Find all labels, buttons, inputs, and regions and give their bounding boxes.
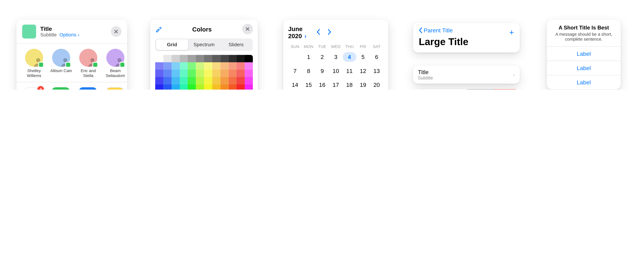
calendar-day[interactable]: 9: [315, 66, 329, 76]
color-mode-segmented[interactable]: Grid Spectrum Sliders: [155, 39, 253, 51]
svg-point-4: [90, 58, 94, 62]
person-name: Eric and Stella: [76, 68, 100, 78]
table-cell[interactable]: Title Subtitle ›: [413, 66, 520, 84]
calendar-day[interactable]: 20: [370, 80, 384, 90]
avatar: [79, 49, 97, 67]
calendar-month-button[interactable]: June 2020 ›: [288, 25, 310, 39]
calendar-day[interactable]: 7: [288, 66, 302, 76]
chevron-right-icon: ›: [513, 71, 515, 78]
share-header: Title Subtitle Options › ✕: [16, 20, 127, 44]
person-name: Beam Seilaudom: [104, 68, 127, 78]
share-sheet: Title Subtitle Options › ✕ Shelley Wille…: [16, 20, 127, 90]
share-person[interactable]: Shelley Willems: [22, 49, 46, 78]
calendar-day[interactable]: 19: [356, 80, 370, 90]
calendar-day[interactable]: 12: [356, 66, 370, 76]
segment-option[interactable]: Sliders: [220, 39, 252, 50]
calendar-day[interactable]: 13: [370, 66, 384, 76]
share-app[interactable]: Mail: [76, 87, 99, 90]
calendar-day[interactable]: 5: [356, 52, 370, 62]
calendar-day[interactable]: 17: [329, 80, 342, 90]
color-picker-title: Colors: [192, 25, 212, 32]
navigation-bar: Parent Title + Large Title: [413, 23, 520, 52]
svg-rect-3: [66, 62, 71, 67]
avatar: [52, 49, 70, 67]
share-person[interactable]: Beam Seilaudom: [104, 49, 127, 78]
share-app[interactable]: Messages: [49, 87, 72, 90]
alert-button[interactable]: Label: [547, 75, 621, 89]
swipe-action-button[interactable]: Action: [467, 89, 494, 90]
calendar-prev-button[interactable]: [316, 29, 321, 35]
svg-point-6: [118, 58, 122, 62]
cell-title: Title: [418, 69, 433, 75]
calendar-day[interactable]: 2: [315, 52, 329, 62]
calendar-day[interactable]: 1: [302, 52, 315, 62]
share-subtitle: Subtitle Options ›: [40, 32, 107, 38]
cell-subtitle: Subtitle: [418, 75, 433, 80]
mail-icon: [79, 87, 97, 90]
close-button[interactable]: ✕: [242, 24, 253, 34]
share-title: Title: [40, 25, 107, 32]
add-button[interactable]: +: [509, 28, 514, 37]
color-picker: Colors ✕ Grid Spectrum Sliders OPACITY 1…: [150, 20, 258, 90]
segment-option[interactable]: Grid: [156, 39, 188, 50]
alert: A Short Title Is Best A message should b…: [547, 20, 621, 89]
calendar-day[interactable]: 15: [302, 80, 315, 90]
swipe-actions-cell: › Action Delete: [413, 89, 520, 90]
alert-button[interactable]: Label: [547, 46, 621, 61]
calendar-day[interactable]: 14: [288, 80, 302, 90]
back-button[interactable]: Parent Title: [419, 27, 514, 33]
alert-title: A Short Title Is Best: [553, 24, 615, 31]
color-grid[interactable]: [155, 55, 253, 90]
calendar-day[interactable]: 6: [370, 52, 384, 62]
notes-icon: [106, 87, 124, 90]
calendar-day[interactable]: 8: [302, 66, 315, 76]
calendar: June 2020 › SUNMONTUEWEDTHUFRISAT 123456…: [283, 20, 388, 90]
avatar: [25, 49, 43, 67]
person-name: Shelley Willems: [22, 68, 46, 78]
calendar-day[interactable]: 11: [342, 66, 356, 76]
svg-rect-1: [39, 62, 44, 67]
share-app[interactable]: Notes: [104, 87, 126, 90]
share-options-link[interactable]: Options ›: [59, 32, 79, 38]
calendar-weekdays: SUNMONTUEWEDTHUFRISAT: [288, 44, 384, 49]
alert-button[interactable]: Label: [547, 61, 621, 75]
avatar: [106, 49, 124, 67]
share-thumbnail: [22, 24, 36, 38]
svg-point-2: [63, 58, 67, 62]
message-icon: [52, 87, 70, 90]
share-app[interactable]: 2 Airdrop: [22, 87, 45, 90]
calendar-day[interactable]: 10: [329, 66, 342, 76]
segment-option[interactable]: Spectrum: [188, 39, 220, 50]
calendar-day[interactable]: 16: [315, 80, 329, 90]
calendar-day[interactable]: 3: [329, 52, 342, 62]
calendar-days: 1234567891011121314151617181920212223242…: [288, 52, 384, 90]
close-button[interactable]: ✕: [111, 26, 122, 37]
calendar-day[interactable]: 18: [342, 80, 356, 90]
airdrop-icon: 2: [24, 87, 43, 90]
svg-rect-7: [120, 62, 125, 67]
swipe-delete-button[interactable]: Delete: [494, 89, 520, 90]
share-person[interactable]: Eric and Stella: [76, 49, 100, 78]
svg-rect-5: [93, 62, 98, 67]
large-title: Large Title: [419, 36, 514, 48]
share-apps-row: 2 Airdrop Messages Mail Notes Remin: [16, 82, 127, 90]
svg-point-0: [36, 58, 40, 62]
eyedropper-icon[interactable]: [155, 26, 162, 32]
calendar-day[interactable]: 4: [342, 52, 356, 62]
share-person[interactable]: Allison Cain: [49, 49, 73, 78]
calendar-next-button[interactable]: [327, 29, 332, 35]
alert-message: A message should be a short, complete se…: [553, 31, 615, 41]
person-name: Allison Cain: [49, 68, 73, 73]
share-people-row: Shelley Willems Allison Cain Eric and St…: [16, 44, 127, 82]
